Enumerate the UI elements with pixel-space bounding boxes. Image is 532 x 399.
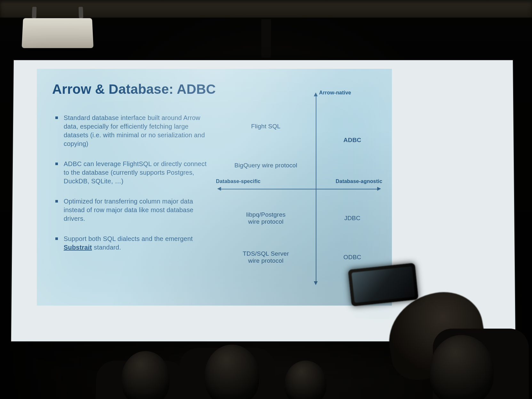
bullet-item: ADBC can leverage FlightSQL or directly … — [55, 160, 209, 186]
projector-icon — [22, 18, 94, 48]
quad-item: JDBC — [344, 215, 360, 222]
arrow-down-icon — [314, 281, 318, 285]
presentation-slide: Arrow & Database: ADBC Standard database… — [37, 69, 392, 306]
quadrant-chart: Arrow-native Database-specific Database-… — [216, 91, 382, 286]
bullet-list: Standard database interface built around… — [55, 114, 209, 263]
quad-item: Flight SQL — [251, 123, 281, 130]
quad-item: TDS/SQL Server wire protocol — [243, 250, 289, 264]
quad-item: BigQuery wire protocol — [234, 162, 298, 169]
axis-label-top: Arrow-native — [319, 90, 351, 96]
slide-title: Arrow & Database: ADBC — [52, 82, 216, 97]
bullet-item: Standard database interface built around… — [55, 114, 209, 148]
bullet-item: Support both SQL dialects and the emerge… — [55, 235, 209, 252]
axis-horizontal — [219, 189, 379, 189]
quad-item: libpq/Postgres wire protocol — [246, 211, 285, 225]
smartphone-icon — [348, 263, 419, 306]
arrow-right-icon — [377, 187, 381, 191]
quad-item: ADBC — [344, 137, 361, 144]
screen-support-rod — [261, 19, 271, 58]
arrow-up-icon — [314, 92, 318, 96]
quad-item: ODBC — [344, 254, 361, 261]
arrow-left-icon — [217, 187, 221, 191]
axis-label-right: Database-agnostic — [336, 179, 382, 184]
axis-label-left: Database-specific — [216, 179, 260, 184]
bullet-item: Optimized for transferring column major … — [55, 197, 209, 223]
